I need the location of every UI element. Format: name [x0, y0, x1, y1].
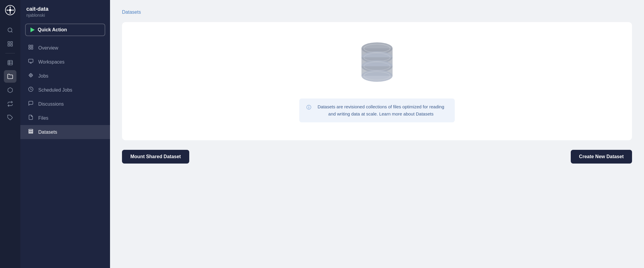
- overview-icon: [28, 44, 34, 51]
- datasets-card: ⓘ Datasets are revisioned collections of…: [122, 22, 632, 140]
- datasets-icon: [28, 129, 34, 135]
- info-text: Datasets are revisioned collections of f…: [314, 103, 448, 118]
- tag-nav-icon[interactable]: [4, 111, 16, 124]
- sidebar-item-datasets[interactable]: Datasets: [20, 125, 110, 139]
- sidebar-item-discussions[interactable]: Discussions: [20, 97, 110, 111]
- sidebar-item-files[interactable]: Files: [20, 111, 110, 125]
- svg-rect-19: [29, 48, 30, 49]
- scheduled-jobs-icon: [28, 87, 34, 93]
- workspace-info: cait-data njablonski: [20, 6, 110, 24]
- svg-rect-8: [8, 42, 10, 44]
- svg-point-4: [7, 10, 8, 11]
- folder-nav-icon[interactable]: [4, 70, 16, 83]
- discussions-icon: [28, 101, 34, 107]
- workspace-user: njablonski: [26, 13, 104, 18]
- sidebar-item-jobs[interactable]: Jobs: [20, 69, 110, 83]
- quick-action-label: Quick Action: [38, 27, 67, 33]
- svg-point-28: [32, 75, 33, 76]
- quick-action-button[interactable]: Quick Action: [25, 24, 105, 36]
- svg-point-25: [30, 73, 31, 74]
- sidebar-divider: [5, 53, 15, 53]
- app-logo: [5, 5, 16, 17]
- svg-point-27: [29, 75, 30, 76]
- icon-sidebar: [0, 0, 20, 268]
- info-icon: ⓘ: [306, 104, 311, 111]
- svg-rect-21: [29, 59, 33, 62]
- actions-row: Mount Shared Dataset Create New Dataset: [122, 150, 632, 164]
- workspace-name: cait-data: [26, 6, 104, 12]
- svg-point-26: [30, 76, 31, 77]
- svg-rect-34: [29, 129, 33, 130]
- svg-rect-17: [29, 45, 30, 47]
- svg-rect-18: [31, 45, 33, 47]
- table-nav-icon[interactable]: [4, 56, 16, 69]
- breadcrumb[interactable]: Datasets: [122, 10, 632, 15]
- svg-point-2: [10, 7, 11, 8]
- workspaces-label: Workspaces: [38, 59, 65, 65]
- search-nav-icon[interactable]: [4, 24, 16, 36]
- datasets-label: Datasets: [38, 130, 57, 135]
- create-new-dataset-button[interactable]: Create New Dataset: [571, 150, 632, 164]
- svg-line-7: [11, 31, 13, 33]
- nav-sidebar: cait-data njablonski Quick Action Overvi…: [20, 0, 110, 268]
- svg-point-30: [32, 74, 32, 75]
- main-content: Datasets ⓘ Datasets are revisioned co: [110, 0, 644, 268]
- scheduled-jobs-label: Scheduled Jobs: [38, 87, 72, 93]
- svg-rect-35: [29, 131, 33, 132]
- mount-shared-dataset-button[interactable]: Mount Shared Dataset: [122, 150, 189, 164]
- svg-point-24: [30, 75, 31, 76]
- svg-point-6: [8, 28, 12, 32]
- svg-rect-12: [8, 61, 13, 65]
- svg-rect-20: [31, 48, 33, 49]
- jobs-icon: [28, 73, 34, 79]
- overview-label: Overview: [38, 45, 58, 51]
- sidebar-item-workspaces[interactable]: Workspaces: [20, 55, 110, 69]
- svg-rect-36: [29, 133, 33, 133]
- svg-point-32: [32, 76, 32, 77]
- grid-nav-icon[interactable]: [4, 38, 16, 50]
- sidebar-item-scheduled-jobs[interactable]: Scheduled Jobs: [20, 83, 110, 97]
- svg-point-5: [13, 10, 14, 11]
- svg-point-1: [9, 9, 11, 11]
- discussions-label: Discussions: [38, 101, 64, 107]
- arrows-nav-icon[interactable]: [4, 98, 16, 110]
- svg-point-31: [30, 76, 30, 77]
- cube-nav-icon[interactable]: [4, 84, 16, 96]
- jobs-label: Jobs: [38, 73, 48, 79]
- database-icon-wrapper: [356, 40, 398, 89]
- workspaces-icon: [28, 58, 34, 65]
- svg-point-3: [10, 13, 11, 14]
- svg-rect-10: [8, 44, 10, 46]
- files-icon: [28, 115, 34, 121]
- svg-point-29: [30, 74, 30, 75]
- info-box: ⓘ Datasets are revisioned collections of…: [299, 98, 455, 122]
- svg-rect-11: [11, 44, 13, 46]
- play-icon: [30, 27, 35, 32]
- files-label: Files: [38, 115, 48, 121]
- sidebar-item-overview[interactable]: Overview: [20, 41, 110, 55]
- svg-rect-9: [11, 42, 13, 44]
